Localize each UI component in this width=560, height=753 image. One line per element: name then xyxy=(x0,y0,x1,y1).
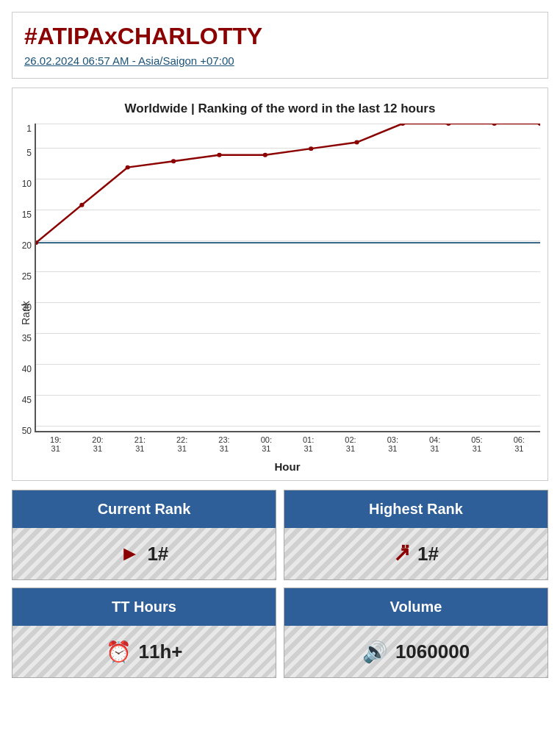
highest-rank-card: Highest Rank ↗̈ 1# xyxy=(284,490,548,580)
y-tick-5: 5 xyxy=(10,148,32,158)
hours-header: TT Hours xyxy=(12,588,276,626)
volume-card: Volume 🔊 1060000 xyxy=(284,588,548,678)
hashtag-title: #ATIPAxCHARLOTTY xyxy=(24,23,536,50)
current-rank-value-row: ► 1# xyxy=(12,528,276,579)
x-label-3: 22:31 xyxy=(161,435,203,453)
chart-section: Worldwide | Ranking of the word in the l… xyxy=(12,88,548,481)
x-label-2: 21:31 xyxy=(119,435,161,453)
header-section: #ATIPAxCHARLOTTY 26.02.2024 06:57 AM - A… xyxy=(12,12,548,79)
highest-rank-value-row: ↗̈ 1# xyxy=(284,528,548,579)
svg-point-6 xyxy=(263,153,268,157)
x-label-title: Hour xyxy=(35,460,540,473)
svg-point-12 xyxy=(538,124,540,126)
y-tick-40: 40 xyxy=(10,364,32,374)
svg-point-4 xyxy=(171,159,176,163)
hours-value-row: ⏰ 11h+ xyxy=(12,626,276,677)
current-rank-value: 1# xyxy=(147,543,168,565)
y-tick-15: 15 xyxy=(10,210,32,220)
y-tick-10: 10 xyxy=(10,179,32,189)
y-axis-label: Rank xyxy=(20,124,32,473)
y-tick-35: 35 xyxy=(10,333,32,343)
y-tick-25: 25 xyxy=(10,271,32,282)
x-label-9: 04:31 xyxy=(414,435,456,453)
current-rank-header: Current Rank xyxy=(12,490,276,528)
svg-point-7 xyxy=(309,146,313,151)
chart-svg xyxy=(36,124,540,431)
svg-point-2 xyxy=(79,203,84,207)
y-tick-1: 1 xyxy=(10,124,32,134)
stats-grid: Current Rank ► 1# Highest Rank ↗̈ 1# TT … xyxy=(12,490,548,678)
x-label-7: 02:31 xyxy=(329,435,371,453)
highest-rank-value: 1# xyxy=(417,543,439,565)
datetime-link[interactable]: 26.02.2024 06:57 AM - Asia/Saigon +07:00 xyxy=(24,54,234,67)
volume-value: 1060000 xyxy=(395,640,470,663)
x-axis-labels: 19:31 20:31 21:31 22:31 23:31 00:31 01:3… xyxy=(35,432,540,453)
current-rank-icon: ► xyxy=(120,542,140,565)
y-tick-45: 45 xyxy=(10,395,32,405)
chart-area: 1 5 10 15 20 25 30 35 40 xyxy=(35,124,540,432)
current-rank-card: Current Rank ► 1# xyxy=(12,490,276,580)
svg-point-5 xyxy=(217,153,221,157)
x-label-4: 23:31 xyxy=(203,435,245,453)
svg-point-11 xyxy=(492,124,497,126)
x-label-6: 01:31 xyxy=(287,435,329,453)
svg-point-9 xyxy=(401,124,405,126)
clock-icon: ⏰ xyxy=(106,640,132,664)
highest-rank-header: Highest Rank xyxy=(284,490,548,528)
svg-point-8 xyxy=(354,140,359,145)
y-tick-30: 30 xyxy=(10,302,32,313)
volume-header: Volume xyxy=(284,588,548,626)
chart-title: Worldwide | Ranking of the word in the l… xyxy=(20,101,540,116)
hours-value: 11h+ xyxy=(139,640,183,663)
x-label-8: 03:31 xyxy=(372,435,414,453)
trending-up-icon: ↗̈ xyxy=(393,542,410,566)
y-tick-50: 50 xyxy=(10,426,32,436)
y-tick-20: 20 xyxy=(10,240,32,251)
x-label-5: 00:31 xyxy=(245,435,287,453)
x-label-10: 05:31 xyxy=(456,435,498,453)
x-label-0: 19:31 xyxy=(35,435,76,453)
x-label-1: 20:31 xyxy=(76,435,118,453)
hours-card: TT Hours ⏰ 11h+ xyxy=(12,588,276,678)
svg-point-3 xyxy=(126,165,130,170)
x-label-11: 06:31 xyxy=(498,435,540,453)
volume-value-row: 🔊 1060000 xyxy=(284,626,548,677)
svg-point-10 xyxy=(446,124,450,126)
speaker-icon: 🔊 xyxy=(362,640,388,664)
chart-inner: 1 5 10 15 20 25 30 35 40 xyxy=(35,124,540,473)
